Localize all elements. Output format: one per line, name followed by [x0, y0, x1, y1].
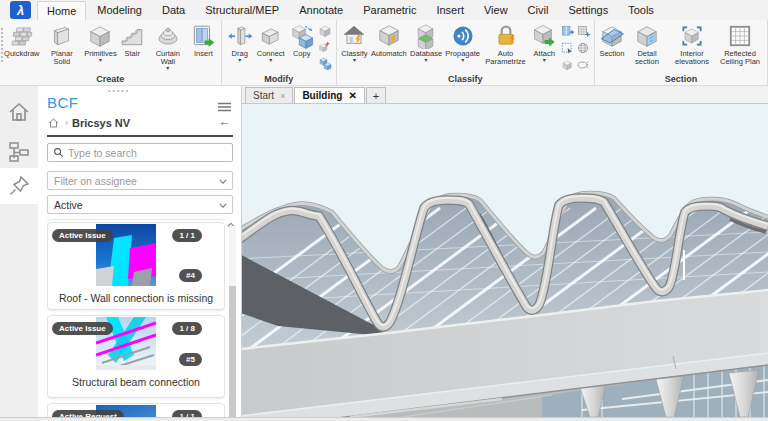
attach-button[interactable]: Attach▾ — [530, 21, 559, 63]
menu-tab-home[interactable]: Home — [37, 1, 86, 20]
menu-tab-insert[interactable]: Insert — [427, 1, 473, 20]
interior-elevations-button[interactable]: Interior elevations — [668, 21, 716, 66]
home-icon[interactable] — [7, 100, 31, 124]
ribbon-group-modify: Drag▾Connect▾CopyModify — [222, 20, 337, 85]
copy-button[interactable]: Copy — [287, 21, 317, 58]
grid-plus-icon[interactable] — [576, 24, 590, 38]
curtain-wall-button[interactable]: Curtain Wall▾ — [147, 21, 190, 71]
bcf-panel-title: BCF — [47, 94, 79, 111]
search-placeholder: Type to search — [68, 147, 137, 159]
drag-button[interactable]: Drag▾ — [225, 21, 255, 63]
status-filter-select[interactable]: Active — [47, 195, 233, 214]
document-tab-start[interactable]: Start× — [245, 87, 293, 103]
database-icon — [413, 23, 439, 49]
stair-icon — [119, 23, 145, 49]
breadcrumb-separator: › — [65, 118, 68, 128]
insert-button[interactable]: Insert — [189, 21, 218, 58]
document-tab-building[interactable]: Building✕ — [294, 87, 364, 103]
panel-grip[interactable]: ••••• — [108, 87, 130, 94]
issue-card[interactable]: Active Issue1 / 1#4Roof - Wall connectio… — [47, 222, 225, 310]
detail-section-icon — [634, 23, 660, 49]
bricsys-logo[interactable]: λ — [10, 1, 31, 19]
cube-dashed-icon[interactable] — [560, 58, 574, 72]
dropdown-caret-icon: ▾ — [166, 66, 169, 71]
button-label: Auto Parametrize — [484, 50, 528, 66]
scrollbar[interactable] — [229, 226, 236, 417]
home-icon[interactable] — [47, 117, 60, 129]
scrollbar-thumb[interactable] — [229, 286, 236, 417]
bricscad-window: { "menu": { "logo": "bricsys-logo", "tab… — [0, 0, 768, 421]
chevron-down-icon — [219, 203, 227, 208]
status-badge: Active Request — [52, 410, 124, 417]
button-label: Curtain Wall — [149, 50, 188, 66]
divider — [47, 219, 225, 220]
auto-parametrize-button[interactable]: Auto Parametrize — [482, 21, 530, 66]
menu-tab-data[interactable]: Data — [153, 1, 194, 20]
detail-section-button[interactable]: Detail section — [626, 21, 668, 66]
stair-button[interactable]: Stair — [118, 21, 147, 58]
classify-button[interactable]: Classify▾ — [340, 21, 370, 63]
assignee-filter-select[interactable]: Filter on assignee — [47, 171, 233, 190]
dropdown-caret-icon: ▾ — [543, 58, 546, 63]
new-tab-button[interactable]: + — [366, 87, 386, 103]
connect-button[interactable]: Connect▾ — [255, 21, 287, 63]
menu-tab-view[interactable]: View — [475, 1, 517, 20]
page-count-badge: 1 / 8 — [172, 322, 202, 335]
automatch-button[interactable]: Automatch — [369, 21, 408, 58]
issue-number-badge: #5 — [179, 353, 202, 366]
window-bottom-edge — [0, 417, 768, 421]
ellipse-icon[interactable] — [576, 58, 590, 72]
propagate-button[interactable]: Propagate▾ — [444, 21, 482, 63]
interior-elevations-icon — [679, 23, 705, 49]
menu-tab-civil[interactable]: Civil — [519, 1, 558, 20]
propagate-icon — [450, 23, 476, 49]
window-plus-icon[interactable] — [560, 24, 574, 38]
box-small-icon[interactable] — [318, 24, 332, 38]
ribbon-group-caption: Section — [595, 74, 767, 84]
ribbon-group-caption: Create — [0, 74, 221, 84]
insert-icon — [190, 23, 216, 49]
viewport-3d-model[interactable] — [242, 104, 768, 417]
button-label: Copy — [293, 50, 311, 58]
close-icon[interactable]: × — [280, 91, 285, 101]
globe-icon[interactable] — [576, 41, 590, 55]
chevron-down-icon — [219, 179, 227, 184]
issue-list: Active Issue1 / 1#4Roof - Wall connectio… — [47, 222, 225, 417]
issue-card[interactable]: Active Request1 / 1 — [47, 403, 225, 417]
menu-tab-parametric[interactable]: Parametric — [354, 1, 425, 20]
menu-tab-annotate[interactable]: Annotate — [290, 1, 352, 20]
page-count-badge: 1 / 1 — [172, 410, 202, 417]
menu-tab-tools[interactable]: Tools — [619, 1, 663, 20]
back-arrow-icon[interactable]: ← — [218, 114, 231, 129]
pin-icon[interactable] — [7, 174, 31, 198]
menu-tab-modeling[interactable]: Modeling — [88, 1, 151, 20]
menu-tab-settings[interactable]: Settings — [559, 1, 617, 20]
database-button[interactable]: Database▾ — [408, 21, 443, 63]
issue-title: Roof - Wall connection is missing — [48, 292, 224, 304]
planar-solid-button[interactable]: Planar Solid — [41, 21, 83, 66]
reflected-ceiling-plan-button[interactable]: Reflected Ceiling Plan — [716, 21, 764, 66]
connect-icon — [258, 23, 284, 49]
primitives-button[interactable]: Primitives▾ — [83, 21, 118, 63]
menu-tab-structural-mep[interactable]: Structural/MEP — [196, 1, 288, 20]
structure-browser-icon[interactable] — [7, 140, 31, 164]
page-count-badge: 1 / 1 — [172, 229, 202, 242]
bcf-panel: ••••• BCF › Bricsys NV ← Type to search … — [38, 86, 242, 417]
planar-solid-icon — [49, 23, 75, 49]
select-frame-icon[interactable] — [560, 41, 574, 55]
dropdown-caret-icon: ▾ — [353, 58, 356, 63]
ribbon-grip[interactable] — [1, 28, 4, 62]
close-icon[interactable]: ✕ — [348, 90, 356, 101]
assignee-filter-value: Filter on assignee — [54, 175, 137, 187]
quickdraw-button[interactable]: Quickdraw — [3, 21, 41, 58]
group-boxes-icon[interactable] — [318, 56, 332, 70]
dropdown-caret-icon: ▾ — [269, 58, 272, 63]
tab-label: Building — [302, 90, 342, 101]
section-button[interactable]: Section — [598, 21, 626, 58]
status-filter-value: Active — [54, 199, 83, 211]
button-label: Planar Solid — [43, 50, 81, 66]
section-icon — [599, 23, 625, 49]
pin-box-icon[interactable] — [318, 40, 332, 54]
search-input[interactable]: Type to search — [47, 143, 233, 162]
issue-card[interactable]: Active Issue1 / 8#5Structural beam conne… — [47, 315, 225, 398]
